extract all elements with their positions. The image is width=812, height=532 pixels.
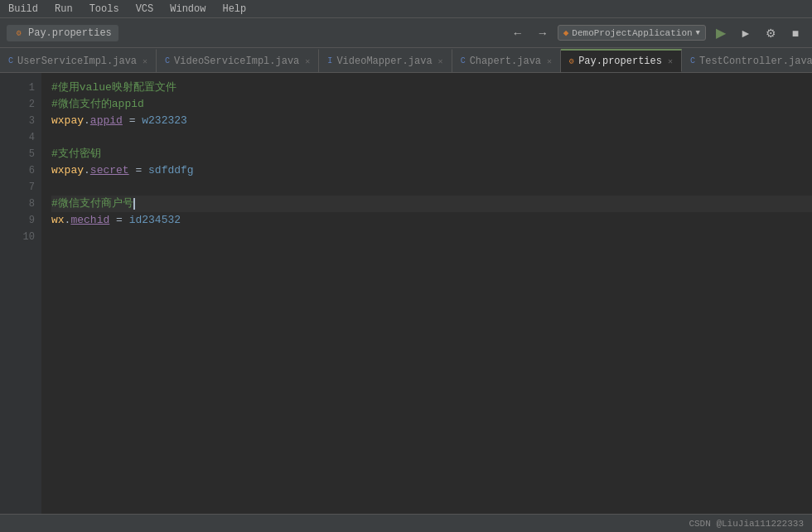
comment-8: #微信支付商户号 (51, 196, 133, 212)
tab-label-5: Pay.properties (578, 56, 662, 67)
debug-button[interactable]: ► (736, 23, 756, 43)
prop-icon: ⚙ (569, 56, 574, 66)
text-cursor (133, 198, 135, 210)
java-icon-6: C (690, 56, 695, 65)
code-line-6: wxpay.secret = sdfddfg (51, 162, 812, 179)
code-line-4 (51, 129, 812, 146)
menu-help[interactable]: Help (219, 2, 249, 17)
key-wxpay-2: wxpay (51, 162, 84, 179)
dot-2: . (84, 162, 90, 179)
tab-label-2: VideoServiceImpl.java (174, 56, 299, 67)
project-name: DemoProjectApplication (572, 28, 692, 38)
toolbar-filename: Pay.properties (28, 27, 112, 39)
line-num-10: 10 (8, 229, 41, 245)
equals-1: = (123, 113, 142, 129)
tab-close-5[interactable]: ✕ (668, 56, 673, 66)
tab-label-3: VideoMapper.java (336, 56, 432, 67)
menu-build[interactable]: Build (5, 2, 41, 17)
tab-testcontroller[interactable]: C TestController.java ✕ (682, 49, 812, 72)
status-bar: CSDN @LiuJia111222333 (0, 514, 812, 532)
tab-close-3[interactable]: ✕ (438, 56, 443, 66)
comment-1: #使用value映射配置文件 (51, 80, 176, 96)
code-line-10 (51, 229, 812, 245)
code-line-8: #微信支付商户号 (51, 196, 812, 212)
java-icon-2: C (165, 56, 170, 65)
tab-close-2[interactable]: ✕ (305, 56, 310, 66)
equals-3: = (109, 212, 128, 229)
tab-label-4: Chapert.java (470, 56, 541, 67)
line-num-3: 3 (8, 113, 41, 129)
line-numbers: 1 2 3 4 5 6 7 8 9 10 (8, 73, 41, 514)
line-num-2: 2 (8, 96, 41, 113)
java-icon-3: I (327, 56, 332, 65)
code-line-7 (51, 179, 812, 196)
value-mechid: id234532 (129, 212, 181, 229)
dot-3: . (65, 212, 71, 229)
line-num-6: 6 (8, 162, 41, 179)
code-line-1: #使用value映射配置文件 (51, 80, 812, 96)
tab-userserviceimpl[interactable]: C UserServiceImpl.java ✕ (0, 49, 157, 72)
tab-pay-properties[interactable]: ⚙ Pay.properties ✕ (561, 49, 682, 72)
menu-bar: Build Run Tools VCS Window Help (0, 0, 812, 18)
code-line-2: #微信支付的appid (51, 96, 812, 113)
status-text: CSDN @LiuJia111222333 (689, 519, 804, 529)
toolbar: ⚙ Pay.properties ← → ◆ DemoProjectApplic… (0, 18, 812, 48)
key-wxpay-1: wxpay (51, 113, 84, 129)
subkey-appid: appid (90, 113, 123, 129)
menu-window[interactable]: Window (167, 2, 209, 17)
forward-button[interactable]: → (533, 23, 553, 43)
code-line-9: wx.mechid = id234532 (51, 212, 812, 229)
comment-5: #支付密钥 (51, 146, 101, 162)
tab-label-1: UserServiceImpl.java (17, 56, 137, 67)
equals-2: = (129, 162, 148, 179)
menu-tools[interactable]: Tools (86, 2, 123, 17)
code-line-3: wxpay.appid = w232323 (51, 113, 812, 129)
code-area[interactable]: #使用value映射配置文件 #微信支付的appid wxpay.appid =… (41, 73, 812, 514)
file-title: ⚙ Pay.properties (7, 25, 118, 41)
dropdown-icon: ▼ (696, 29, 700, 37)
line-num-7: 7 (8, 179, 41, 196)
value-secret: sdfddfg (148, 162, 194, 179)
key-wx: wx (51, 212, 65, 229)
tab-videoserviceimpl[interactable]: C VideoServiceImpl.java ✕ (157, 49, 319, 72)
run-button[interactable]: ▶ (711, 23, 731, 43)
project-icon: ◆ (563, 27, 569, 38)
java-icon-4: C (461, 56, 466, 65)
line-num-9: 9 (8, 212, 41, 229)
back-button[interactable]: ← (508, 23, 528, 43)
project-selector[interactable]: ◆ DemoProjectApplication ▼ (558, 25, 706, 41)
tab-close-1[interactable]: ✕ (143, 56, 147, 66)
shield-button[interactable]: ■ (785, 23, 805, 43)
settings-button[interactable]: ⚙ (761, 23, 781, 43)
line-num-5: 5 (8, 146, 41, 162)
tab-label-6: TestController.java (699, 56, 812, 67)
subkey-mechid: mechid (70, 212, 109, 229)
editor-container: 1 2 3 4 5 6 7 8 9 10 #使用value映射配置文件 #微信支… (0, 73, 812, 514)
menu-run[interactable]: Run (51, 2, 76, 17)
properties-file-icon: ⚙ (13, 27, 25, 39)
code-line-5: #支付密钥 (51, 146, 812, 162)
dot-1: . (84, 113, 90, 129)
line-num-8: 8 (8, 196, 41, 212)
line-num-4: 4 (8, 129, 41, 146)
menu-vcs[interactable]: VCS (133, 2, 157, 17)
tab-videomapper[interactable]: I VideoMapper.java ✕ (319, 49, 452, 72)
comment-2: #微信支付的appid (51, 96, 144, 113)
tab-close-4[interactable]: ✕ (547, 56, 552, 66)
tab-chapert[interactable]: C Chapert.java ✕ (452, 49, 561, 72)
tabs-bar: C UserServiceImpl.java ✕ C VideoServiceI… (0, 48, 812, 73)
value-appid: w232323 (142, 113, 187, 129)
java-icon-1: C (8, 56, 13, 65)
subkey-secret: secret (90, 162, 129, 179)
left-gutter (0, 73, 8, 514)
line-num-1: 1 (8, 80, 41, 96)
